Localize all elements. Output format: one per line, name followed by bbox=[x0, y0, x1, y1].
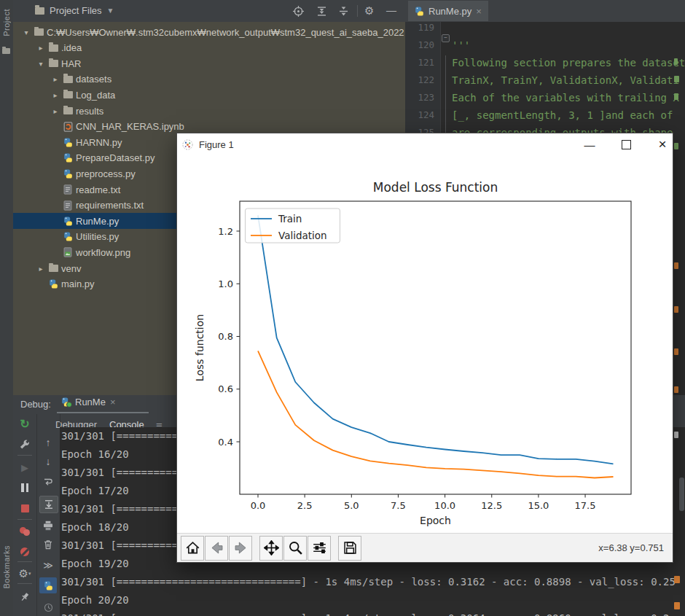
chevron-right-icon[interactable]: ▸ bbox=[51, 107, 60, 115]
divider bbox=[17, 583, 32, 584]
down-stack-icon[interactable]: ↓ bbox=[36, 453, 60, 469]
x-tick-label: 17.5 bbox=[575, 500, 596, 511]
tree-item-label: C:₩Users₩Owner₩.stm32cubemx₩network_outp… bbox=[47, 27, 404, 38]
train-line bbox=[258, 215, 614, 464]
save-figure-button[interactable] bbox=[338, 536, 361, 561]
forward-button[interactable] bbox=[229, 536, 252, 561]
pan-button[interactable] bbox=[259, 536, 283, 561]
close-icon[interactable]: × bbox=[476, 6, 482, 17]
chevron-down-icon[interactable]: ▾ bbox=[36, 60, 45, 68]
locate-file-button[interactable] bbox=[291, 4, 305, 17]
tree-item-label: HAR bbox=[61, 58, 81, 69]
settings-gear-button[interactable]: ⚙ bbox=[364, 4, 377, 17]
zoom-rect-button[interactable] bbox=[283, 536, 307, 561]
folder-icon bbox=[63, 106, 73, 116]
chevron-right-icon[interactable]: ▸ bbox=[36, 44, 45, 52]
toolbar-divider bbox=[357, 5, 358, 17]
rerun-button[interactable]: ↻ bbox=[13, 416, 36, 432]
python-file-icon bbox=[415, 7, 424, 16]
y-tick-label: 0.6 bbox=[218, 383, 233, 394]
back-button[interactable] bbox=[205, 536, 228, 561]
stop-button[interactable] bbox=[13, 500, 36, 516]
debug-tab-underline bbox=[57, 412, 149, 413]
print-button[interactable] bbox=[36, 518, 60, 534]
tree-item-har[interactable]: ▾HAR bbox=[13, 55, 405, 71]
debug-controls-column: ↻ ▶ ⚙▾ bbox=[13, 414, 37, 616]
chevron-right-icon[interactable]: ▸ bbox=[51, 91, 60, 99]
tree-item-c-users-owner-stm32cubemx-netw[interactable]: ▾C:₩Users₩Owner₩.stm32cubemx₩network_out… bbox=[13, 24, 405, 40]
soft-wrap-button[interactable] bbox=[36, 474, 60, 490]
x-tick-label: 15.0 bbox=[528, 500, 549, 511]
folder-icon bbox=[63, 90, 73, 100]
up-stack-icon[interactable]: ↑ bbox=[36, 434, 60, 451]
py-icon bbox=[63, 168, 73, 179]
hide-panel-button[interactable]: — bbox=[386, 4, 399, 17]
editor-tab-bar: RunMe.py × bbox=[405, 0, 685, 23]
code-line: TrainX, TrainY, ValidationX, Validati bbox=[452, 71, 679, 89]
x-tick-label: 12.5 bbox=[481, 500, 502, 511]
mute-breakpoints-button[interactable] bbox=[13, 544, 36, 560]
minimize-button[interactable]: — bbox=[574, 133, 606, 155]
pin-button[interactable] bbox=[13, 589, 36, 605]
tree-item-label: HARNN.py bbox=[76, 137, 122, 148]
debug-tab-label: RunMe bbox=[75, 397, 106, 408]
tree-item-label: results bbox=[76, 106, 103, 117]
scroll-to-end-button[interactable] bbox=[39, 496, 58, 513]
python-console-button[interactable] bbox=[39, 577, 57, 593]
matplotlib-toolbar: x=6.38 y=0.751 bbox=[177, 533, 673, 562]
clear-console-button[interactable] bbox=[36, 537, 60, 553]
close-icon[interactable]: × bbox=[110, 397, 116, 408]
tree-item-label: preprocess.py bbox=[76, 168, 136, 179]
tree-item-label: requirements.txt bbox=[76, 200, 144, 211]
chevron-down-icon[interactable]: ▾ bbox=[22, 28, 31, 36]
folder-icon bbox=[48, 58, 58, 69]
pycharm-window: Project Bookmarks Project Files ▼ ⚙ — Ru… bbox=[0, 0, 685, 616]
y-tick-label: 1.2 bbox=[218, 226, 233, 237]
home-button[interactable] bbox=[181, 536, 204, 561]
folder-icon bbox=[48, 43, 58, 53]
console-fragment bbox=[674, 576, 680, 583]
code-line: [_, segmentLength, 3, 1 ]and each of bbox=[452, 106, 673, 124]
chevron-right-icon[interactable]: ▸ bbox=[36, 265, 45, 273]
debug-label: Debug: bbox=[20, 399, 51, 410]
resume-button[interactable]: ▶ bbox=[13, 459, 36, 475]
tree-item-label: CNN_HAR_KERAS.ipynb bbox=[76, 121, 184, 132]
debug-session-tab[interactable]: RunMe × bbox=[61, 397, 116, 408]
tab-runme-py[interactable]: RunMe.py × bbox=[408, 1, 488, 21]
gear-dropdown-button[interactable]: ⚙▾ bbox=[13, 566, 36, 582]
cursor-coordinates: x=6.38 y=0.751 bbox=[598, 542, 673, 553]
tree-item-results[interactable]: ▸results bbox=[13, 103, 405, 119]
collapse-all-button[interactable] bbox=[337, 4, 350, 17]
history-clock-icon[interactable] bbox=[36, 599, 60, 615]
tree-item-label: PrepareDataset.py bbox=[76, 152, 154, 163]
editor-scrollbar-thumb[interactable] bbox=[679, 477, 684, 511]
tree-item-datasets[interactable]: ▸datasets bbox=[13, 71, 405, 87]
bookmarks-toolwindow-button[interactable]: Bookmarks bbox=[2, 545, 11, 589]
skip-icon[interactable]: ≫ bbox=[36, 557, 60, 573]
close-button[interactable]: × bbox=[646, 133, 678, 155]
project-toolwindow-button[interactable]: Project bbox=[2, 9, 11, 36]
tree-item--idea[interactable]: ▸.idea bbox=[13, 40, 405, 56]
x-tick-label: 7.5 bbox=[391, 500, 406, 511]
expand-all-button[interactable] bbox=[315, 4, 328, 17]
fold-marker-icon[interactable]: − bbox=[442, 34, 450, 42]
folder-icon bbox=[48, 263, 58, 273]
matplotlib-logo-icon bbox=[182, 139, 193, 150]
py-icon bbox=[63, 153, 73, 163]
chevron-right-icon[interactable]: ▸ bbox=[51, 75, 60, 83]
project-files-selector[interactable]: Project Files ▼ bbox=[35, 5, 114, 16]
code-line: ''' bbox=[452, 36, 470, 54]
pause-button[interactable] bbox=[13, 480, 36, 496]
code-fragment bbox=[674, 386, 678, 393]
png-icon bbox=[63, 247, 73, 257]
x-tick-label: 2.5 bbox=[297, 500, 313, 511]
tree-item-log-data[interactable]: ▸Log_data bbox=[13, 87, 405, 103]
chart-title: Model Loss Function bbox=[373, 180, 498, 195]
figure-title-bar[interactable]: Figure 1 — × bbox=[177, 133, 673, 155]
configure-subplots-button[interactable] bbox=[308, 536, 331, 561]
maximize-button[interactable] bbox=[610, 133, 642, 155]
view-breakpoints-button[interactable] bbox=[13, 523, 36, 539]
settings-wrench-button[interactable] bbox=[13, 436, 36, 452]
py-icon bbox=[63, 216, 73, 226]
matplotlib-figure-window[interactable]: Figure 1 — × Model Loss Function0.02.55.… bbox=[176, 133, 673, 563]
